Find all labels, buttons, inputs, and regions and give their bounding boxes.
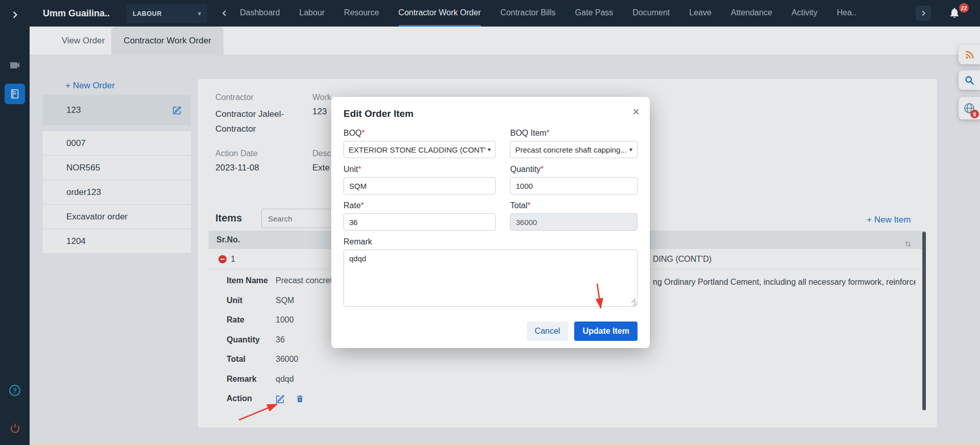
close-icon[interactable]: × <box>633 106 640 118</box>
required-marker: * <box>358 165 361 174</box>
required-marker: * <box>362 129 365 137</box>
boq-select-value: EXTERIOR STONE CLADDING (CONT' <box>349 145 485 154</box>
boq-item-select[interactable]: Precast concrete shaft capping... ▾ <box>510 141 638 158</box>
rate-field[interactable] <box>344 213 496 231</box>
boq-label: BOQ* <box>344 129 496 138</box>
total-field <box>510 213 638 231</box>
chevron-down-icon: ▾ <box>629 146 632 153</box>
cancel-button[interactable]: Cancel <box>527 322 569 341</box>
unit-field[interactable] <box>344 177 496 194</box>
required-marker: * <box>527 201 530 210</box>
required-marker: * <box>361 201 364 210</box>
rate-label: Rate* <box>344 201 496 210</box>
remark-field[interactable]: qdqd <box>344 250 638 307</box>
boq-select[interactable]: EXTERIOR STONE CLADDING (CONT' ▾ <box>344 141 496 158</box>
modal-actions: Cancel Update Item <box>331 313 650 341</box>
required-marker: * <box>541 165 544 174</box>
chevron-down-icon: ▾ <box>487 146 491 153</box>
update-item-button[interactable]: Update Item <box>574 322 638 341</box>
boq-item-select-value: Precast concrete shaft capping... <box>515 145 626 154</box>
total-label: Total* <box>510 201 638 210</box>
remark-label: Remark <box>344 237 638 246</box>
boq-item-label: BOQ Item* <box>510 129 638 138</box>
modal-title: Edit Order Item <box>344 108 413 119</box>
modal-header: Edit Order Item × <box>331 97 650 125</box>
edit-order-item-modal: Edit Order Item × BOQ* EXTERIOR STONE CL… <box>331 97 650 348</box>
modal-body: BOQ* EXTERIOR STONE CLADDING (CONT' ▾ BO… <box>331 125 650 307</box>
quantity-field[interactable] <box>510 177 638 194</box>
unit-label: Unit* <box>344 165 496 174</box>
required-marker: * <box>547 129 550 137</box>
screen: Umm Guailina.. LABOUR ▾ Dashboard Labour… <box>0 0 980 445</box>
quantity-label: Quantity* <box>510 165 638 174</box>
